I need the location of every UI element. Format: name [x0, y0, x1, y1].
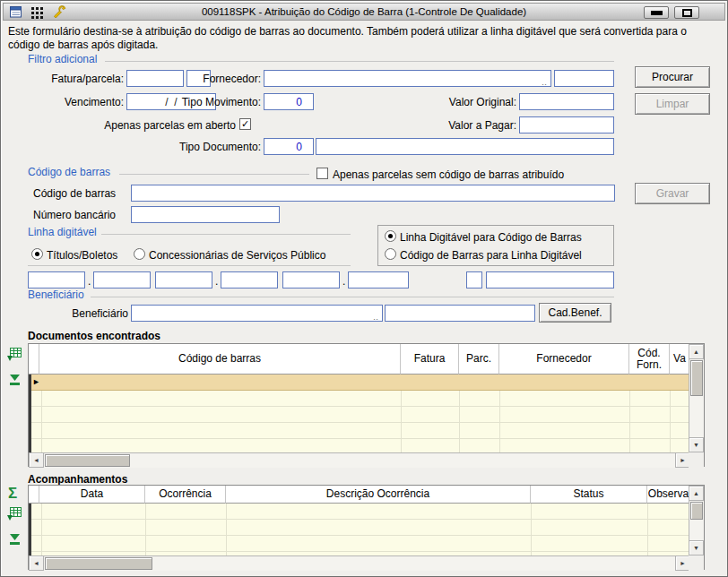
titulos-boletos-label: Títulos/Boletos: [47, 249, 117, 262]
acomp-marker-header: [29, 486, 39, 504]
separator-line: [119, 174, 309, 175]
tipo-documento-input[interactable]: [264, 138, 314, 155]
scroll-corner: [689, 452, 704, 468]
beneficiario-desc-input[interactable]: [385, 305, 535, 322]
row-marker-icon: ►: [32, 377, 40, 386]
documentos-row[interactable]: [31, 406, 690, 407]
documentos-hscroll[interactable]: ◄ ►: [29, 452, 690, 468]
valor-pagar-label: Valor a Pagar:: [413, 119, 516, 132]
minimize-button[interactable]: [644, 6, 669, 19]
conversao-group: Linha Digitável para Código de Barras Có…: [377, 225, 614, 266]
linha-digitavel-field-4[interactable]: [221, 271, 278, 288]
acomp-row[interactable]: [31, 551, 690, 552]
fatura-parcela-label: Fatura/parcela:: [28, 73, 124, 85]
hscroll-thumb[interactable]: [45, 557, 152, 570]
linha-digitavel-field-1[interactable]: [28, 271, 85, 288]
acomp-col-descricao[interactable]: Descrição Ocorrência: [226, 486, 531, 504]
scroll-left-button[interactable]: ◄: [29, 452, 44, 468]
lookup-dots-icon[interactable]: ‥: [542, 78, 548, 87]
fatura-input[interactable]: [126, 70, 184, 87]
export-table-icon[interactable]: [6, 506, 22, 525]
linha-digitavel-field-5[interactable]: [282, 271, 340, 288]
section-linha-digitavel: Linha digitável: [28, 226, 97, 238]
vscroll-thumb[interactable]: [690, 502, 703, 520]
fornecedor-input[interactable]: [264, 70, 551, 87]
fornecedor-code-input[interactable]: [554, 70, 614, 87]
hscroll-thumb[interactable]: [45, 454, 130, 467]
cad-benef-button[interactable]: Cad.Benef.: [539, 303, 611, 323]
valor-pagar-input[interactable]: [519, 116, 614, 133]
acomp-row[interactable]: [31, 519, 690, 520]
apenas-parcelas-aberto-checkbox[interactable]: ✓: [239, 118, 251, 130]
gravar-button[interactable]: Gravar: [635, 183, 710, 204]
linha-digitavel-dot-1: .: [88, 275, 91, 288]
acomp-col-status[interactable]: Status: [531, 486, 647, 504]
linha-digitavel-dv-field[interactable]: [466, 271, 482, 288]
beneficiario-input[interactable]: [131, 305, 383, 322]
documentos-col-fornecedor[interactable]: Fornecedor: [499, 344, 629, 375]
separator-line: [105, 61, 614, 62]
scroll-corner: [689, 555, 704, 571]
linha-digitavel-field-7[interactable]: [486, 271, 614, 288]
documentos-col-codigo-barras[interactable]: Código de barras: [39, 344, 401, 375]
titlebar[interactable]: 009118SPK - Atribuição do Código de Barr…: [3, 3, 725, 21]
documentos-vscroll[interactable]: ▲ ▼: [689, 344, 704, 452]
separator-line: [28, 265, 351, 266]
scroll-up-button[interactable]: ▲: [689, 344, 704, 359]
maximize-icon: [682, 9, 692, 17]
acompanhamentos-title: Acompanhamentos: [28, 473, 127, 486]
export-table-icon[interactable]: [6, 347, 22, 366]
tipo-movimento-label: Tipo Movimento:: [167, 96, 261, 108]
vscroll-thumb[interactable]: [690, 360, 703, 396]
scroll-up-button[interactable]: ▲: [689, 486, 704, 501]
procurar-button[interactable]: Procurar: [635, 66, 710, 88]
documentos-row[interactable]: [31, 438, 690, 439]
documentos-col-fatura[interactable]: Fatura: [401, 344, 459, 375]
codigo-barras-label: Código de barras: [33, 187, 116, 200]
ld-para-cb-radio[interactable]: [385, 230, 396, 242]
documentos-col-valor[interactable]: Va: [670, 344, 690, 375]
numero-bancario-input[interactable]: [131, 206, 280, 223]
section-filtro-adicional: Filtro adicional: [28, 53, 97, 65]
sem-codigo-checkbox[interactable]: [316, 168, 328, 179]
scroll-left-button[interactable]: ◄: [29, 555, 44, 571]
sigma-icon[interactable]: Σ: [8, 486, 17, 501]
tipo-documento-desc-input[interactable]: [316, 138, 614, 155]
acomp-row[interactable]: [31, 535, 690, 536]
documentos-row[interactable]: [31, 422, 690, 423]
valor-original-input[interactable]: [519, 93, 614, 110]
numero-bancario-label: Número bancário: [33, 209, 116, 221]
acomp-col-data[interactable]: Data: [39, 486, 145, 504]
scroll-down-button[interactable]: ▼: [689, 437, 704, 452]
last-record-icon[interactable]: [8, 374, 22, 391]
acomp-col-observacao[interactable]: Observa: [647, 486, 690, 504]
lookup-dots-icon[interactable]: ‥: [373, 313, 379, 322]
codigo-barras-input[interactable]: [131, 185, 615, 202]
documentos-marker-header: [29, 344, 39, 375]
documentos-col-cod-forn[interactable]: Cód. Forn.: [629, 344, 670, 375]
separator-line: [101, 234, 351, 235]
apenas-parcelas-aberto-label: Apenas parcelas em aberto: [91, 119, 236, 132]
scroll-down-button[interactable]: ▼: [689, 540, 704, 555]
acomp-col-ocorrencia[interactable]: Ocorrência: [145, 486, 226, 504]
fornecedor-label: Fornecedor:: [194, 73, 261, 85]
section-beneficiario: Beneficiário: [28, 288, 84, 301]
linha-digitavel-field-2[interactable]: [93, 271, 151, 288]
form-description: Este formulário destina-se à atribuição …: [8, 25, 718, 52]
cb-para-ld-radio[interactable]: [385, 248, 396, 260]
maximize-button[interactable]: [674, 6, 699, 19]
acomp-hscroll[interactable]: ◄ ►: [29, 555, 690, 571]
acomp-vscroll[interactable]: ▲ ▼: [689, 486, 704, 555]
concessionarias-radio[interactable]: [134, 248, 145, 260]
linha-digitavel-field-3[interactable]: [155, 271, 212, 288]
linha-digitavel-field-6[interactable]: [348, 271, 409, 288]
cb-para-ld-label: Código de Barras para Linha Digitável: [400, 249, 582, 262]
titulos-boletos-radio[interactable]: [31, 248, 43, 260]
concessionarias-label: Concessionárias de Serviços Público: [149, 249, 325, 262]
section-codigo-de-barras: Código de barras: [28, 166, 110, 178]
documentos-row-selected[interactable]: ►: [31, 375, 690, 391]
last-record-icon[interactable]: [8, 533, 22, 550]
tipo-movimento-input[interactable]: [264, 93, 314, 110]
documentos-col-parc[interactable]: Parc.: [459, 344, 499, 375]
limpar-button[interactable]: Limpar: [635, 93, 710, 115]
